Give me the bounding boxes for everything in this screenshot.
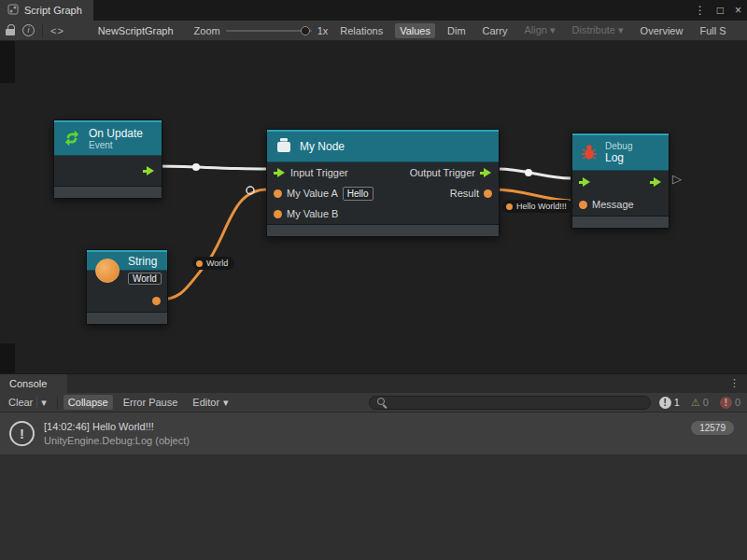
zoom-value: 1x <box>317 25 329 36</box>
error-pause-button[interactable]: Error Pause <box>119 395 183 410</box>
carry-button[interactable]: Carry <box>478 23 513 38</box>
log-icon: ! <box>659 397 671 409</box>
port-row: My Value A Hello Result <box>267 183 499 203</box>
port-label: My Value B <box>287 208 338 219</box>
node-on-update-header[interactable]: On Update Event <box>54 120 162 156</box>
zoom-slider[interactable] <box>226 30 312 32</box>
wire-string-to-valuea <box>159 189 267 300</box>
console-search[interactable] <box>369 396 651 410</box>
node-debug-log[interactable]: Debug Log Message <box>571 133 669 229</box>
port-row: Message <box>572 193 669 216</box>
port-output-trigger[interactable]: Output Trigger <box>410 167 492 178</box>
port-result[interactable]: Result <box>450 188 492 199</box>
wire-value-label-world: World <box>192 257 234 270</box>
graph-canvas[interactable]: On Update Event String World <box>0 41 747 373</box>
node-string[interactable]: String World <box>86 249 168 325</box>
zoom-slider-handle[interactable] <box>301 26 310 35</box>
warning-count-toggle[interactable]: ⚠ 0 <box>688 397 712 409</box>
port-my-value-a[interactable]: My Value A Hello <box>274 187 374 201</box>
values-button[interactable]: Values <box>395 23 435 38</box>
value-a-field[interactable]: Hello <box>343 187 374 201</box>
port-input-trigger[interactable]: Input Trigger <box>274 167 348 178</box>
flow-in-icon <box>274 168 286 178</box>
tab-script-graph[interactable]: Script Graph <box>0 0 93 21</box>
value-in-icon <box>274 189 282 198</box>
flow-out-icon <box>650 177 662 188</box>
script-graph-icon <box>7 4 19 17</box>
node-my-node-header[interactable]: My Node <box>267 130 499 162</box>
node-on-update[interactable]: On Update Event <box>53 119 162 199</box>
search-input[interactable] <box>392 397 642 408</box>
log-count-toggle[interactable]: ! 1 <box>656 397 683 409</box>
window-menu-icon[interactable]: ⋮ <box>695 4 706 17</box>
search-icon <box>377 398 388 408</box>
warning-icon: ⚠ <box>691 397 700 409</box>
value-in-icon <box>579 201 587 209</box>
wire-open-circle <box>247 187 254 194</box>
console-menu-icon[interactable]: ⋮ <box>729 377 740 389</box>
flow-out-icon <box>143 166 155 176</box>
overview-button[interactable]: Overview <box>636 23 688 38</box>
log-entry-stacktrace: UnityEngine.Debug:Log (object) <box>44 435 190 446</box>
expand-arrow-icon[interactable]: ▷ <box>672 172 682 186</box>
log-entry[interactable]: ! [14:02:46] Hello World!!! UnityEngine.… <box>0 413 747 455</box>
distribute-button: Distribute ▾ <box>568 22 628 38</box>
port-row: Input Trigger Output Trigger <box>267 162 499 183</box>
node-my-node[interactable]: My Node Input Trigger Output Trigger My … <box>266 129 500 237</box>
port-trigger-out[interactable] <box>143 166 155 176</box>
my-node-icon <box>275 136 293 157</box>
info-icon[interactable]: i <box>22 24 35 36</box>
node-category: Debug <box>605 141 632 151</box>
value-dot-icon <box>506 203 513 210</box>
node-debug-header[interactable]: Debug Log <box>572 133 669 171</box>
string-type-icon <box>95 259 120 283</box>
port-trigger-out[interactable] <box>650 177 662 188</box>
tab-console[interactable]: Console <box>0 374 67 393</box>
flow-in-icon <box>579 177 591 188</box>
clear-button[interactable]: Clear ▾ <box>4 395 51 411</box>
editor-dropdown[interactable]: Editor ▾ <box>188 395 233 411</box>
window-close-icon[interactable]: × <box>735 4 741 17</box>
node-title: String <box>128 255 157 268</box>
value-out-icon <box>484 189 492 198</box>
relations-button[interactable]: Relations <box>335 23 388 38</box>
port-label: Output Trigger <box>410 167 475 178</box>
console-log-list: ! [14:02:46] Hello World!!! UnityEngine.… <box>0 413 747 560</box>
window-controls: ⋮ □ × <box>695 0 741 21</box>
console-panel: Console ⋮ Clear ▾ Collapse Error Pause E… <box>0 373 747 560</box>
graph-toolbar: i <> NewScriptGraph Zoom 1x Relations Va… <box>0 21 747 41</box>
port-label: My Value A <box>287 188 338 199</box>
log-entry-message: [14:02:46] Hello World!!! <box>44 421 190 432</box>
fullscreen-button[interactable]: Full S <box>695 23 730 38</box>
window-maximize-icon[interactable]: □ <box>717 4 724 17</box>
collapse-count-badge: 12579 <box>691 421 734 435</box>
node-title: On Update <box>89 127 143 140</box>
on-update-loop-icon <box>62 128 82 150</box>
edit-source-icon[interactable]: <> <box>50 25 64 36</box>
port-trigger-in[interactable] <box>579 177 591 188</box>
port-my-value-b[interactable]: My Value B <box>274 208 338 219</box>
canvas-edge-bottom <box>0 343 15 373</box>
node-title: My Node <box>300 140 345 153</box>
chevron-down-icon: ▾ <box>41 397 47 409</box>
port-value-out[interactable] <box>152 297 161 305</box>
node-title: Log <box>605 151 632 164</box>
canvas-edge-top <box>0 41 15 83</box>
wire-onupdate-to-mynode <box>156 166 267 169</box>
port-message[interactable]: Message <box>579 199 634 210</box>
wire-dot <box>525 169 532 176</box>
zoom-label: Zoom <box>194 25 220 36</box>
wire-value-label-hello-world: Hello World!!! <box>502 200 573 213</box>
value-in-icon <box>274 210 282 218</box>
graph-name-label: NewScriptGraph <box>98 25 174 36</box>
dim-button[interactable]: Dim <box>443 23 471 38</box>
error-count-toggle[interactable]: ! 0 <box>717 397 743 409</box>
value-out-icon <box>152 297 161 305</box>
string-value-field[interactable]: World <box>128 273 162 285</box>
collapse-button[interactable]: Collapse <box>63 395 113 410</box>
node-footer <box>572 216 669 228</box>
zoom-control: Zoom 1x <box>194 25 329 36</box>
port-row <box>87 289 167 312</box>
node-footer <box>54 186 162 198</box>
lock-icon[interactable] <box>6 24 15 36</box>
